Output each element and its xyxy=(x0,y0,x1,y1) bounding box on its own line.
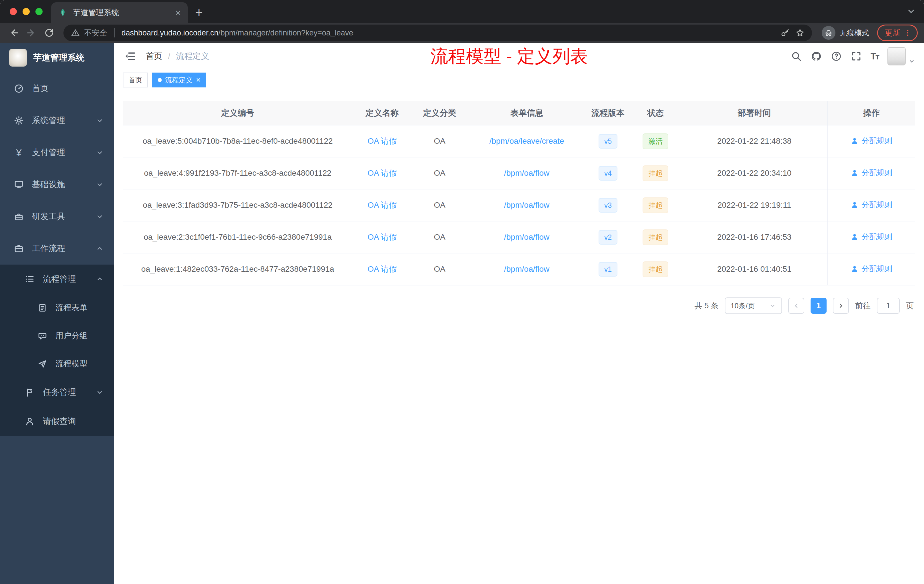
reload-button[interactable] xyxy=(42,25,56,40)
close-window-button[interactable] xyxy=(10,8,17,15)
sidebar-item-label: 流程管理 xyxy=(43,274,88,285)
assign-rule-button[interactable]: 分配规则 xyxy=(851,168,892,178)
menu-dots-icon xyxy=(904,29,912,37)
definition-table: 定义编号 定义名称 定义分类 表单信息 流程版本 状态 部署时间 操作 oa_l xyxy=(123,101,915,285)
address-bar[interactable]: 不安全 dashboard.yudao.iocoder.cn/bpm/manag… xyxy=(63,25,812,41)
url-text[interactable]: dashboard.yudao.iocoder.cn/bpm/manager/d… xyxy=(121,28,777,38)
sidebar-item-payment-management[interactable]: ¥ 支付管理 xyxy=(0,137,114,168)
sidebar-item-user-groups[interactable]: 用户分组 xyxy=(0,322,114,350)
form-link[interactable]: /bpm/oa/flow xyxy=(504,265,549,274)
table-row: oa_leave:4:991f2193-7b7f-11ec-a3c8-acde4… xyxy=(123,157,915,189)
sidebar-item-process-management[interactable]: 流程管理 xyxy=(0,265,114,294)
col-definition-category: 定义分类 xyxy=(412,101,467,125)
fullscreen-icon[interactable] xyxy=(851,51,862,62)
sidebar-item-infrastructure[interactable]: 基础设施 xyxy=(0,168,114,201)
assign-rule-button[interactable]: 分配规则 xyxy=(851,136,892,146)
browser-update-button[interactable]: 更新 xyxy=(877,25,918,41)
tag-home[interactable]: 首页 xyxy=(123,73,148,87)
sidebar-toggle-icon[interactable] xyxy=(124,50,136,62)
breadcrumb-current: 流程定义 xyxy=(176,51,209,62)
cell-definition-id: oa_leave:3:1fad3d93-7b75-11ec-a3c8-acde4… xyxy=(123,189,353,221)
chevron-down-icon xyxy=(96,212,104,221)
sidebar-item-task-management[interactable]: 任务管理 xyxy=(0,378,114,407)
definition-name-link[interactable]: OA 请假 xyxy=(368,137,397,145)
sidebar-item-home[interactable]: 首页 xyxy=(0,73,114,105)
list-icon xyxy=(24,274,35,285)
caret-down-icon xyxy=(908,58,916,65)
person-icon xyxy=(24,416,35,427)
sidebar-item-process-models[interactable]: 流程模型 xyxy=(0,350,114,378)
minimize-window-button[interactable] xyxy=(23,8,30,15)
person-icon xyxy=(851,137,858,145)
definition-name-link[interactable]: OA 请假 xyxy=(368,168,397,177)
goto-unit: 页 xyxy=(906,300,914,311)
help-icon[interactable] xyxy=(831,51,842,62)
definition-name-link[interactable]: OA 请假 xyxy=(368,265,397,274)
sidebar-item-dev-tools[interactable]: 研发工具 xyxy=(0,201,114,233)
version-badge: v4 xyxy=(599,166,617,181)
table-row: oa_leave:5:004b710b-7b8a-11ec-8ef0-acde4… xyxy=(123,125,915,157)
next-page-button[interactable] xyxy=(833,298,849,314)
back-button[interactable] xyxy=(6,25,21,40)
password-key-icon[interactable] xyxy=(780,28,790,38)
form-link[interactable]: /bpm/oa/flow xyxy=(504,201,549,210)
definition-name-link[interactable]: OA 请假 xyxy=(368,201,397,210)
cell-category: OA xyxy=(412,157,467,189)
page-number-1[interactable]: 1 xyxy=(810,298,827,314)
sidebar-item-process-forms[interactable]: 流程表单 xyxy=(0,294,114,322)
sidebar-item-workflow[interactable]: 工作流程 xyxy=(0,233,114,265)
app-logo[interactable]: 芋道管理系统 xyxy=(0,43,114,73)
cell-definition-id: oa_leave:4:991f2193-7b7f-11ec-a3c8-acde4… xyxy=(123,157,353,189)
sidebar-item-label: 工作流程 xyxy=(32,243,88,254)
sidebar-item-label: 首页 xyxy=(32,83,104,94)
briefcase-icon xyxy=(13,243,25,254)
tag-process-definition[interactable]: 流程定义 × xyxy=(152,73,206,87)
sidebar-item-label: 系统管理 xyxy=(32,115,88,126)
assign-rule-button[interactable]: 分配规则 xyxy=(851,200,892,210)
new-tab-button[interactable]: + xyxy=(195,6,203,19)
sidebar: 芋道管理系统 首页 系统管理 ¥ 支付管理 xyxy=(0,43,114,584)
user-group-icon xyxy=(36,330,48,341)
forward-button[interactable] xyxy=(24,25,39,40)
tag-close-icon[interactable]: × xyxy=(196,76,201,84)
sidebar-item-leave-query[interactable]: 请假查询 xyxy=(0,407,114,436)
definition-name-link[interactable]: OA 请假 xyxy=(368,233,397,241)
cell-deploy-time: 2022-01-22 21:48:38 xyxy=(681,125,828,157)
security-label[interactable]: 不安全 xyxy=(84,28,107,38)
tab-favicon-icon xyxy=(58,8,68,17)
tab-search-chevron-icon[interactable] xyxy=(906,6,916,16)
prev-page-button[interactable] xyxy=(788,298,804,314)
search-icon[interactable] xyxy=(790,51,802,62)
page-size-value: 10条/页 xyxy=(731,301,755,310)
workflow-submenu: 流程管理 流程表单 用户分组 xyxy=(0,265,114,436)
gear-icon xyxy=(13,115,25,126)
not-secure-warning-icon xyxy=(71,28,80,38)
github-icon[interactable] xyxy=(810,51,822,62)
goto-page-input[interactable] xyxy=(877,298,900,314)
browser-tab[interactable]: 芋道管理系统 × xyxy=(51,2,188,23)
incognito-icon xyxy=(822,26,835,40)
toolbox-icon xyxy=(13,211,25,222)
bookmark-star-icon[interactable] xyxy=(795,28,805,38)
tag-label: 首页 xyxy=(129,76,142,84)
breadcrumb-home[interactable]: 首页 xyxy=(146,51,162,62)
assign-rule-button[interactable]: 分配规则 xyxy=(851,264,892,274)
assign-rule-button[interactable]: 分配规则 xyxy=(851,232,892,242)
form-link[interactable]: /bpm/oa/flow xyxy=(504,233,549,241)
pagination: 共 5 条 10条/页 1 前往 页 xyxy=(123,297,915,314)
cell-category: OA xyxy=(412,221,467,253)
sidebar-item-label: 研发工具 xyxy=(32,211,88,222)
tab-close-icon[interactable]: × xyxy=(175,8,181,17)
cell-definition-id: oa_leave:1:482ec033-762a-11ec-8477-a2380… xyxy=(123,253,353,285)
tab-title: 芋道管理系统 xyxy=(73,7,170,18)
pagination-total: 共 5 条 xyxy=(695,300,719,311)
form-link[interactable]: /bpm/oa/leave/create xyxy=(489,137,564,145)
logo-avatar-image xyxy=(9,49,27,66)
page-size-select[interactable]: 10条/页 xyxy=(725,297,782,314)
user-avatar-menu[interactable] xyxy=(888,47,916,66)
form-link[interactable]: /bpm/oa/flow xyxy=(504,168,549,177)
active-dot xyxy=(158,78,162,82)
font-size-icon[interactable]: TT xyxy=(871,52,879,61)
sidebar-item-system-management[interactable]: 系统管理 xyxy=(0,105,114,137)
zoom-window-button[interactable] xyxy=(35,8,43,15)
